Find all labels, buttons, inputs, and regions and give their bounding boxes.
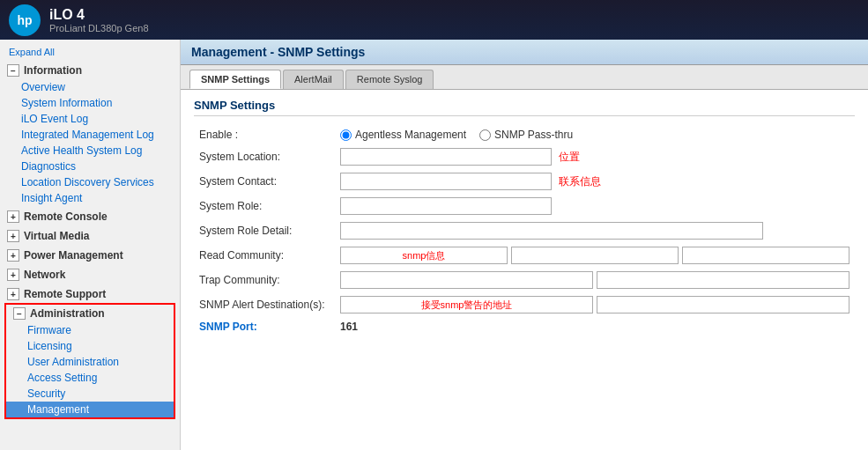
section-network-toggle[interactable]: + (7, 269, 19, 281)
app-header: hp iLO 4 ProLiant DL380p Gen8 (0, 0, 868, 40)
sidebar-item-management[interactable]: Management (6, 402, 174, 417)
section-remote-support: + Remote Support (0, 285, 180, 303)
section-administration: − Administration Firmware Licensing User… (4, 303, 175, 419)
tab-bar: SNMP Settings AlertMail Remote Syslog (181, 65, 868, 90)
trap-community-inputs (340, 271, 849, 289)
sidebar-item-firmware[interactable]: Firmware (6, 322, 174, 338)
section-remote-console: + Remote Console (0, 208, 180, 225)
app-name: iLO 4 (49, 7, 149, 23)
section-power-management: + Power Management (0, 247, 180, 264)
system-role-detail-input[interactable] (340, 222, 763, 240)
main-header: Management - SNMP Settings (181, 40, 868, 65)
section-information-label: Information (24, 64, 82, 77)
form-row-snmp-alert: SNMP Alert Destination(s): (194, 292, 855, 317)
main-content: Management - SNMP Settings SNMP Settings… (181, 40, 868, 450)
form-row-system-role: System Role: (194, 194, 855, 218)
snmp-form: Enable : Agentless Management SNMP Pass-… (194, 125, 855, 336)
trap-community-input-2[interactable] (597, 271, 849, 289)
trap-community-input-1[interactable] (340, 271, 593, 289)
trap-community-label: Trap Community: (194, 268, 335, 292)
read-community-input-2[interactable] (511, 247, 679, 264)
tab-remote-syslog[interactable]: Remote Syslog (345, 70, 434, 89)
system-role-input[interactable] (340, 197, 552, 215)
sidebar-item-licensing[interactable]: Licensing (6, 338, 174, 354)
radio-passthru-text: SNMP Pass-thru (494, 129, 573, 141)
sidebar: Expand All − Information Overview System… (0, 40, 181, 450)
system-location-value: 位置 (335, 144, 855, 169)
section-administration-header[interactable]: − Administration (6, 305, 174, 322)
sidebar-item-location-discovery[interactable]: Location Discovery Services (0, 174, 180, 190)
section-remote-console-toggle[interactable]: + (7, 210, 19, 223)
snmp-alert-inputs (340, 296, 849, 314)
page-title: Management - SNMP Settings (191, 45, 857, 59)
read-community-inputs (340, 247, 849, 264)
section-remote-support-header[interactable]: + Remote Support (0, 285, 180, 303)
snmp-port-label: SNMP Port: (194, 317, 335, 336)
section-power-management-toggle[interactable]: + (7, 249, 19, 262)
read-community-label: Read Community: (194, 243, 335, 268)
radio-agentless[interactable] (340, 129, 352, 141)
form-row-system-role-detail: System Role Detail: (194, 218, 855, 243)
section-virtual-media-label: Virtual Media (24, 230, 89, 242)
radio-passthru-label[interactable]: SNMP Pass-thru (479, 129, 573, 141)
sidebar-item-system-information[interactable]: System Information (0, 95, 180, 111)
enable-radio-group: Agentless Management SNMP Pass-thru (340, 129, 849, 141)
snmp-alert-value (335, 292, 855, 317)
sidebar-item-diagnostics[interactable]: Diagnostics (0, 159, 180, 174)
snmp-alert-input-1[interactable] (340, 296, 593, 314)
section-remote-support-toggle[interactable]: + (7, 288, 19, 300)
header-title-group: iLO 4 ProLiant DL380p Gen8 (49, 7, 149, 33)
section-remote-console-label: Remote Console (24, 210, 108, 223)
form-row-snmp-port: SNMP Port: 161 (194, 317, 855, 336)
section-information-toggle[interactable]: − (7, 64, 19, 77)
server-name: ProLiant DL380p Gen8 (49, 23, 149, 33)
section-power-management-header[interactable]: + Power Management (0, 247, 180, 264)
sidebar-item-user-administration[interactable]: User Administration (6, 354, 174, 370)
expand-all-link[interactable]: Expand All (0, 44, 180, 60)
section-remote-support-label: Remote Support (24, 288, 106, 300)
section-remote-console-header[interactable]: + Remote Console (0, 208, 180, 225)
sidebar-item-ilo-event-log[interactable]: iLO Event Log (0, 111, 180, 127)
snmp-alert-label: SNMP Alert Destination(s): (194, 292, 335, 317)
section-information-header[interactable]: − Information (0, 62, 180, 79)
section-virtual-media-toggle[interactable]: + (7, 230, 19, 242)
system-contact-label: System Contact: (194, 169, 335, 194)
section-administration-label: Administration (30, 307, 105, 320)
snmp-alert-input-2[interactable] (597, 296, 849, 314)
tab-snmp-settings[interactable]: SNMP Settings (189, 70, 281, 89)
enable-label: Enable : (194, 125, 335, 144)
radio-agentless-text: Agentless Management (355, 129, 466, 141)
system-contact-value: 联系信息 (335, 169, 855, 194)
radio-passthru[interactable] (479, 129, 491, 141)
radio-agentless-label[interactable]: Agentless Management (340, 129, 466, 141)
system-contact-chinese: 联系信息 (559, 174, 601, 189)
section-network-label: Network (24, 269, 65, 281)
read-community-input-1[interactable] (340, 247, 508, 264)
sidebar-item-integrated-management-log[interactable]: Integrated Management Log (0, 127, 180, 143)
section-virtual-media-header[interactable]: + Virtual Media (0, 227, 180, 245)
section-power-management-label: Power Management (24, 249, 123, 262)
tab-alertmail[interactable]: AlertMail (283, 70, 344, 89)
sidebar-item-access-setting[interactable]: Access Setting (6, 370, 174, 386)
system-role-detail-label: System Role Detail: (194, 218, 335, 243)
read-community-value (335, 243, 855, 268)
sidebar-item-active-health-system-log[interactable]: Active Health System Log (0, 143, 180, 159)
system-location-label: System Location: (194, 144, 335, 169)
sidebar-item-overview[interactable]: Overview (0, 79, 180, 95)
system-location-chinese: 位置 (559, 150, 580, 165)
hp-logo: hp (9, 4, 41, 36)
section-network-header[interactable]: + Network (0, 266, 180, 284)
sidebar-item-insight-agent[interactable]: Insight Agent (0, 190, 180, 206)
trap-community-value (335, 268, 855, 292)
section-administration-toggle[interactable]: − (13, 307, 26, 320)
system-location-input[interactable] (340, 148, 552, 166)
snmp-settings-heading: SNMP Settings (194, 99, 855, 116)
main-layout: Expand All − Information Overview System… (0, 40, 868, 450)
form-row-read-community: Read Community: (194, 243, 855, 268)
form-row-trap-community: Trap Community: (194, 268, 855, 292)
read-community-input-3[interactable] (682, 247, 849, 264)
snmp-port-number: 161 (340, 321, 358, 333)
sidebar-item-security[interactable]: Security (6, 386, 174, 402)
snmp-port-value: 161 (335, 317, 855, 336)
system-contact-input[interactable] (340, 173, 552, 190)
